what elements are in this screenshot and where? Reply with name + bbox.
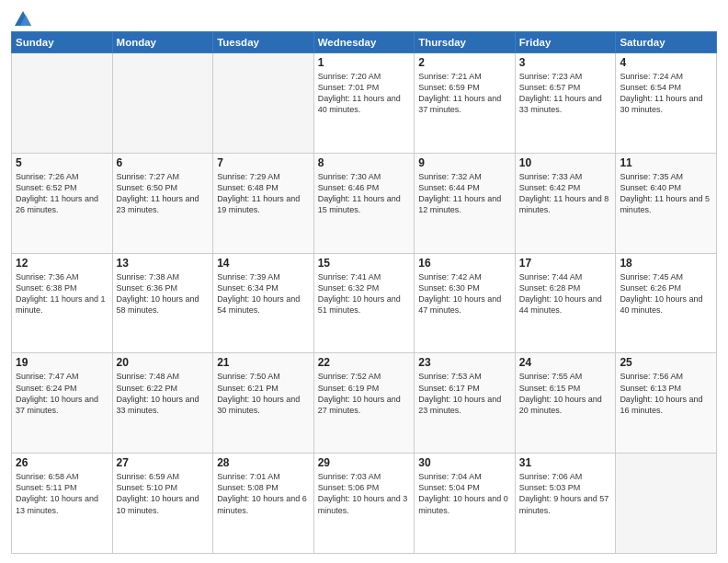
calendar-day-cell: 19Sunrise: 7:47 AM Sunset: 6:24 PM Dayli…	[12, 353, 113, 454]
logo-icon	[13, 9, 33, 29]
calendar-day-cell: 25Sunrise: 7:56 AM Sunset: 6:13 PM Dayli…	[616, 353, 717, 454]
day-number: 24	[519, 356, 612, 369]
day-info: Sunrise: 6:59 AM Sunset: 5:10 PM Dayligh…	[117, 471, 210, 516]
day-info: Sunrise: 7:50 AM Sunset: 6:21 PM Dayligh…	[217, 371, 310, 416]
day-number: 3	[519, 56, 612, 69]
day-info: Sunrise: 6:58 AM Sunset: 5:11 PM Dayligh…	[16, 471, 108, 516]
calendar-day-cell: 5Sunrise: 7:26 AM Sunset: 6:52 PM Daylig…	[12, 153, 113, 253]
day-number: 22	[318, 356, 411, 369]
day-info: Sunrise: 7:29 AM Sunset: 6:48 PM Dayligh…	[217, 171, 310, 216]
day-info: Sunrise: 7:21 AM Sunset: 6:59 PM Dayligh…	[418, 71, 511, 116]
day-number: 13	[117, 257, 210, 270]
calendar-day-cell: 4Sunrise: 7:24 AM Sunset: 6:54 PM Daylig…	[616, 53, 717, 154]
calendar-day-cell	[112, 53, 213, 154]
day-info: Sunrise: 7:55 AM Sunset: 6:15 PM Dayligh…	[519, 371, 612, 416]
calendar-week-row: 26Sunrise: 6:58 AM Sunset: 5:11 PM Dayli…	[12, 454, 717, 554]
day-number: 11	[620, 156, 712, 169]
day-info: Sunrise: 7:52 AM Sunset: 6:19 PM Dayligh…	[318, 371, 411, 416]
day-number: 6	[117, 156, 210, 169]
day-number: 5	[16, 156, 108, 169]
calendar-week-row: 12Sunrise: 7:36 AM Sunset: 6:38 PM Dayli…	[12, 253, 717, 353]
calendar-header-friday: Friday	[515, 32, 616, 53]
day-info: Sunrise: 7:23 AM Sunset: 6:57 PM Dayligh…	[519, 71, 612, 116]
calendar-day-cell: 27Sunrise: 6:59 AM Sunset: 5:10 PM Dayli…	[112, 454, 213, 554]
day-number: 29	[318, 456, 411, 469]
calendar-day-cell: 1Sunrise: 7:20 AM Sunset: 7:01 PM Daylig…	[313, 53, 415, 154]
day-number: 12	[16, 257, 108, 270]
calendar-day-cell: 3Sunrise: 7:23 AM Sunset: 6:57 PM Daylig…	[515, 53, 616, 154]
calendar-day-cell: 23Sunrise: 7:53 AM Sunset: 6:17 PM Dayli…	[415, 353, 516, 454]
day-number: 8	[318, 156, 411, 169]
calendar-day-cell: 22Sunrise: 7:52 AM Sunset: 6:19 PM Dayli…	[313, 353, 415, 454]
day-number: 30	[418, 456, 511, 469]
calendar-day-cell: 26Sunrise: 6:58 AM Sunset: 5:11 PM Dayli…	[12, 454, 113, 554]
calendar-header-tuesday: Tuesday	[213, 32, 314, 53]
calendar-week-row: 19Sunrise: 7:47 AM Sunset: 6:24 PM Dayli…	[12, 353, 717, 454]
calendar-week-row: 5Sunrise: 7:26 AM Sunset: 6:52 PM Daylig…	[12, 153, 717, 253]
day-info: Sunrise: 7:01 AM Sunset: 5:08 PM Dayligh…	[217, 471, 310, 516]
calendar-day-cell: 10Sunrise: 7:33 AM Sunset: 6:42 PM Dayli…	[515, 153, 616, 253]
day-info: Sunrise: 7:38 AM Sunset: 6:36 PM Dayligh…	[117, 271, 210, 316]
day-number: 2	[418, 56, 511, 69]
day-number: 17	[519, 257, 612, 270]
day-info: Sunrise: 7:32 AM Sunset: 6:44 PM Dayligh…	[418, 171, 511, 216]
day-info: Sunrise: 7:33 AM Sunset: 6:42 PM Dayligh…	[519, 171, 612, 216]
day-number: 23	[418, 356, 511, 369]
calendar-day-cell: 12Sunrise: 7:36 AM Sunset: 6:38 PM Dayli…	[12, 253, 113, 353]
calendar-day-cell: 14Sunrise: 7:39 AM Sunset: 6:34 PM Dayli…	[213, 253, 314, 353]
day-info: Sunrise: 7:53 AM Sunset: 6:17 PM Dayligh…	[418, 371, 511, 416]
day-info: Sunrise: 7:36 AM Sunset: 6:38 PM Dayligh…	[16, 271, 108, 316]
day-number: 14	[217, 257, 310, 270]
day-number: 27	[117, 456, 210, 469]
calendar-day-cell	[12, 53, 113, 154]
calendar-day-cell: 30Sunrise: 7:04 AM Sunset: 5:04 PM Dayli…	[415, 454, 516, 554]
day-info: Sunrise: 7:47 AM Sunset: 6:24 PM Dayligh…	[16, 371, 108, 416]
day-number: 15	[318, 257, 411, 270]
calendar-day-cell: 28Sunrise: 7:01 AM Sunset: 5:08 PM Dayli…	[213, 454, 314, 554]
day-number: 19	[16, 356, 108, 369]
day-number: 4	[620, 56, 712, 69]
logo	[11, 9, 33, 26]
calendar-header-monday: Monday	[112, 32, 213, 53]
day-info: Sunrise: 7:04 AM Sunset: 5:04 PM Dayligh…	[418, 471, 511, 516]
day-info: Sunrise: 7:39 AM Sunset: 6:34 PM Dayligh…	[217, 271, 310, 316]
day-number: 10	[519, 156, 612, 169]
calendar-header-saturday: Saturday	[616, 32, 717, 53]
calendar-day-cell: 17Sunrise: 7:44 AM Sunset: 6:28 PM Dayli…	[515, 253, 616, 353]
day-number: 21	[217, 356, 310, 369]
day-number: 20	[117, 356, 210, 369]
day-number: 9	[418, 156, 511, 169]
calendar-day-cell: 20Sunrise: 7:48 AM Sunset: 6:22 PM Dayli…	[112, 353, 213, 454]
day-info: Sunrise: 7:35 AM Sunset: 6:40 PM Dayligh…	[620, 171, 712, 216]
calendar-day-cell: 15Sunrise: 7:41 AM Sunset: 6:32 PM Dayli…	[313, 253, 415, 353]
day-number: 25	[620, 356, 712, 369]
calendar-day-cell: 21Sunrise: 7:50 AM Sunset: 6:21 PM Dayli…	[213, 353, 314, 454]
day-number: 7	[217, 156, 310, 169]
day-number: 28	[217, 456, 310, 469]
calendar-day-cell: 2Sunrise: 7:21 AM Sunset: 6:59 PM Daylig…	[415, 53, 516, 154]
day-info: Sunrise: 7:42 AM Sunset: 6:30 PM Dayligh…	[418, 271, 511, 316]
day-info: Sunrise: 7:24 AM Sunset: 6:54 PM Dayligh…	[620, 71, 712, 116]
calendar-header-wednesday: Wednesday	[313, 32, 415, 53]
day-info: Sunrise: 7:41 AM Sunset: 6:32 PM Dayligh…	[318, 271, 411, 316]
day-info: Sunrise: 7:48 AM Sunset: 6:22 PM Dayligh…	[117, 371, 210, 416]
calendar-day-cell	[213, 53, 314, 154]
day-number: 16	[418, 257, 511, 270]
calendar-header-thursday: Thursday	[415, 32, 516, 53]
day-info: Sunrise: 7:56 AM Sunset: 6:13 PM Dayligh…	[620, 371, 712, 416]
day-info: Sunrise: 7:45 AM Sunset: 6:26 PM Dayligh…	[620, 271, 712, 316]
day-info: Sunrise: 7:27 AM Sunset: 6:50 PM Dayligh…	[117, 171, 210, 216]
calendar-day-cell: 13Sunrise: 7:38 AM Sunset: 6:36 PM Dayli…	[112, 253, 213, 353]
calendar-day-cell	[616, 454, 717, 554]
calendar-day-cell: 7Sunrise: 7:29 AM Sunset: 6:48 PM Daylig…	[213, 153, 314, 253]
calendar-day-cell: 29Sunrise: 7:03 AM Sunset: 5:06 PM Dayli…	[313, 454, 415, 554]
calendar-day-cell: 16Sunrise: 7:42 AM Sunset: 6:30 PM Dayli…	[415, 253, 516, 353]
day-info: Sunrise: 7:30 AM Sunset: 6:46 PM Dayligh…	[318, 171, 411, 216]
calendar-header-row: SundayMondayTuesdayWednesdayThursdayFrid…	[12, 32, 717, 53]
page: SundayMondayTuesdayWednesdayThursdayFrid…	[0, 0, 728, 563]
calendar-day-cell: 6Sunrise: 7:27 AM Sunset: 6:50 PM Daylig…	[112, 153, 213, 253]
day-info: Sunrise: 7:03 AM Sunset: 5:06 PM Dayligh…	[318, 471, 411, 516]
day-info: Sunrise: 7:20 AM Sunset: 7:01 PM Dayligh…	[318, 71, 411, 116]
calendar-day-cell: 9Sunrise: 7:32 AM Sunset: 6:44 PM Daylig…	[415, 153, 516, 253]
day-info: Sunrise: 7:06 AM Sunset: 5:03 PM Dayligh…	[519, 471, 612, 516]
